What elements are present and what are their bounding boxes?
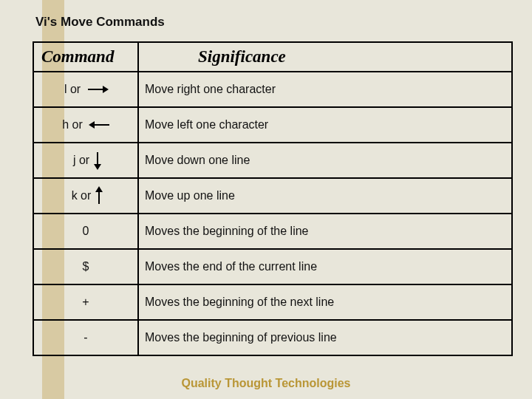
significance-cell: Move right one character xyxy=(138,72,512,107)
table-row: l or Move right one character xyxy=(33,72,512,107)
table-row: k or Move up one line xyxy=(33,178,512,214)
command-text: + xyxy=(82,296,89,308)
footer-brand: Quality Thought Technologies xyxy=(0,377,532,390)
significance-cell: Moves the beginning of the next line xyxy=(138,284,512,320)
command-cell: k or xyxy=(33,178,138,214)
command-text: l or xyxy=(64,83,81,96)
table-header-row: Command Significance xyxy=(33,42,512,72)
arrow-left-icon xyxy=(90,124,109,126)
col-header-significance: Significance xyxy=(138,42,512,72)
significance-cell: Move down one line xyxy=(138,143,512,178)
command-cell: l or xyxy=(33,72,138,107)
significance-cell: Move up one line xyxy=(138,178,512,214)
col-header-command: Command xyxy=(33,42,138,72)
command-text: k or xyxy=(72,189,92,202)
command-text: 0 xyxy=(83,225,89,237)
arrow-right-icon xyxy=(88,89,107,90)
command-cell: - xyxy=(33,320,138,355)
command-text: $ xyxy=(83,260,89,273)
table-row: $ Moves the end of the current line xyxy=(33,249,512,284)
command-cell: $ xyxy=(33,249,138,284)
command-cell: h or xyxy=(33,107,138,143)
command-text: h or xyxy=(62,118,83,132)
slide-title: Vi's Move Commands xyxy=(35,15,511,30)
arrow-up-icon xyxy=(98,188,100,204)
significance-cell: Moves the end of the current line xyxy=(138,249,512,284)
table-row: h or Move left one character xyxy=(33,107,512,143)
slide-content: Vi's Move Commands Command Significance … xyxy=(0,0,532,356)
command-cell: + xyxy=(33,284,138,320)
commands-table: Command Significance l or Move right one… xyxy=(33,41,513,356)
table-row: 0 Moves the beginning of the line xyxy=(33,214,512,249)
significance-cell: Moves the beginning of previous line xyxy=(138,320,512,355)
significance-cell: Move left one character xyxy=(138,107,512,143)
command-cell: 0 xyxy=(33,214,138,249)
command-text: j or xyxy=(73,154,89,167)
significance-cell: Moves the beginning of the line xyxy=(138,214,512,249)
command-text: - xyxy=(83,331,87,344)
table-row: + Moves the beginning of the next line xyxy=(33,284,512,320)
command-cell: j or xyxy=(33,143,138,178)
arrow-down-icon xyxy=(97,152,98,168)
table-row: - Moves the beginning of previous line xyxy=(33,320,512,355)
table-row: j or Move down one line xyxy=(33,143,512,178)
